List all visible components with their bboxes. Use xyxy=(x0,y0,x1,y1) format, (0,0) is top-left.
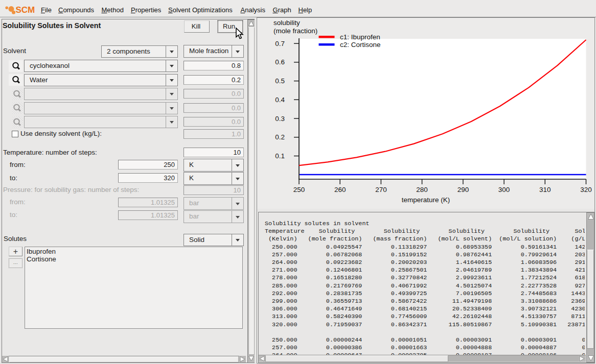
svg-text:270: 270 xyxy=(375,186,387,193)
svg-text:0.1: 0.1 xyxy=(275,152,285,160)
svg-text:260: 260 xyxy=(334,186,346,193)
svg-text:solubility: solubility xyxy=(273,19,300,27)
svg-text:0.6: 0.6 xyxy=(275,58,285,66)
svg-text:250: 250 xyxy=(293,186,305,193)
svg-text:300: 300 xyxy=(498,186,510,193)
svg-text:280: 280 xyxy=(416,186,428,193)
svg-text:c2: Cortisone: c2: Cortisone xyxy=(340,41,381,48)
svg-text:0.3: 0.3 xyxy=(275,115,285,123)
svg-text:320: 320 xyxy=(580,186,592,193)
svg-text:temperature (K): temperature (K) xyxy=(402,196,450,204)
svg-text:SCM: SCM xyxy=(16,5,35,15)
svg-text:310: 310 xyxy=(539,186,551,193)
svg-text:290: 290 xyxy=(457,186,469,193)
svg-text:0.7: 0.7 xyxy=(275,40,285,47)
svg-text:0.2: 0.2 xyxy=(275,133,285,141)
svg-text:0.5: 0.5 xyxy=(275,77,285,85)
svg-text:(mole fraction): (mole fraction) xyxy=(273,27,317,35)
svg-text:0.4: 0.4 xyxy=(275,96,285,104)
svg-text:c1: Ibuprofen: c1: Ibuprofen xyxy=(340,33,380,41)
